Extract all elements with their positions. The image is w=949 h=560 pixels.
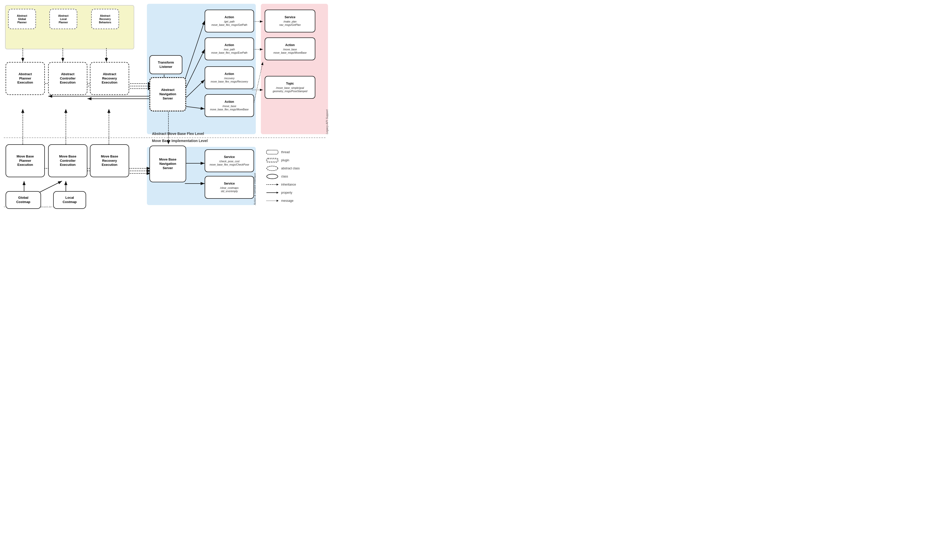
- legend-class-label: class: [281, 175, 288, 178]
- svg-rect-34: [267, 159, 277, 162]
- legend-thread-icon: [266, 149, 279, 155]
- plugin-label-3: AbstractRecoveryBehaviors: [99, 14, 111, 24]
- action-move-base-legacy: Action /move_basemove_base_msgs/MoveBase: [265, 37, 315, 60]
- action-exe-path: Action /exe_pathmove_base_flex_msgs/ExeP…: [205, 37, 254, 60]
- legend-inheritance: inheritance: [266, 182, 300, 187]
- plugin-abstract-local-planner: AbstractLocalPlanner: [49, 9, 77, 29]
- divider-line: [4, 137, 325, 138]
- smp-line1: /make_plannav_msgs/GetPlan: [279, 20, 301, 26]
- legend-plugin-icon: [266, 157, 279, 163]
- mbns-title: Move BaseNavigationServer: [159, 157, 177, 171]
- legend-plugin-label: plugin: [281, 158, 289, 162]
- service-clear-costmaps: Service /clear_costmapsstd_srvs/empty: [205, 176, 254, 199]
- legend-inheritance-label: inheritance: [281, 183, 296, 186]
- amba-line1: /move_basemove_base_flex_msgs/MoveBase: [210, 105, 248, 111]
- move-base-controller-execution: Move BaseControllerExecution: [48, 144, 87, 177]
- abstract-navigation-server: AbstractNavigationServer: [149, 77, 186, 111]
- local-costmap: LocalCostmap: [53, 191, 86, 209]
- amba-type: Action: [225, 100, 234, 104]
- abstract-controller-execution: AbstractControllerExecution: [48, 62, 87, 95]
- svg-point-36: [267, 174, 278, 179]
- scc-line1: /clear_costmapsstd_srvs/empty: [220, 186, 239, 193]
- gc-title: GlobalCostmap: [16, 196, 31, 204]
- move-base-navigation-server: Move BaseNavigationServer: [149, 146, 186, 182]
- ape-title: AbstractPlannerExecution: [17, 72, 33, 85]
- legend-property-label: property: [281, 191, 292, 194]
- scp-type: Service: [224, 155, 235, 159]
- legend-inheritance-icon: [266, 182, 279, 187]
- ambl-type: Action: [285, 43, 294, 47]
- legend-thread-label: thread: [281, 151, 290, 154]
- abstract-recovery-execution: AbstractRecoveryExecution: [90, 62, 129, 95]
- legend-abstract-icon: [266, 166, 279, 171]
- scc-type: Service: [224, 182, 235, 186]
- move-base-planner-execution: Move BasePlannerExecution: [6, 144, 45, 177]
- ambl-line1: /move_basemove_base_msgs/MoveBase: [273, 48, 307, 54]
- legacy-api-label: Legacy API Support: [325, 4, 328, 134]
- legend-message-label: message: [281, 199, 294, 203]
- are-title: AbstractRecoveryExecution: [102, 72, 117, 85]
- service-check-pose: Service /check_pose_costmove_base_flex_m…: [205, 149, 254, 172]
- action-get-path: Action /get_pathmove_base_flex_msgs/GetP…: [205, 9, 254, 32]
- svg-point-35: [267, 166, 278, 171]
- ar-type: Action: [225, 72, 234, 76]
- smp-type: Service: [285, 15, 296, 20]
- ace-title: AbstractControllerExecution: [60, 72, 75, 85]
- tg-line1: /move_base_simple/goalgeometry_msgs/Pose…: [273, 86, 308, 93]
- scp-line1: /check_pose_costmove_base_flex_msgs/Chec…: [210, 160, 249, 166]
- svg-marker-38: [277, 183, 279, 186]
- action-recovery: Action /recoverymove_base_flex_msgs/Reco…: [205, 66, 254, 89]
- transform-listener: TransformListener: [149, 55, 182, 74]
- mbce-title: Move BaseControllerExecution: [59, 154, 77, 167]
- mbpe-title: Move BasePlannerExecution: [17, 154, 34, 167]
- plugin-abstract-global-planner: AbstractGlobalPlanner: [8, 9, 36, 29]
- topic-goal: Topic /move_base_simple/goalgeometry_msg…: [265, 76, 315, 99]
- ans-title: AbstractNavigationServer: [159, 88, 176, 101]
- abstract-planner-execution: AbstractPlannerExecution: [6, 62, 45, 95]
- lc-title: LocalCostmap: [63, 196, 77, 204]
- legend-thread: thread: [266, 149, 300, 155]
- legend-property: property: [266, 190, 300, 195]
- svg-marker-40: [277, 192, 279, 194]
- tl-title: TransformListener: [158, 60, 174, 69]
- agp-type: Action: [225, 15, 234, 20]
- diagram-container: Plugin Interface Legacy API Support Acti…: [0, 0, 354, 210]
- legend: thread plugin abstract class: [266, 149, 300, 206]
- plugin-abstract-recovery: AbstractRecoveryBehaviors: [91, 9, 119, 29]
- plugin-label-2: AbstractLocalPlanner: [58, 14, 69, 24]
- legend-property-icon: [266, 190, 279, 195]
- agp-line1: /get_pathmove_base_flex_msgs/GetPath: [211, 20, 248, 26]
- ar-line1: /recoverymove_base_flex_msgs/Recovery: [211, 77, 248, 83]
- global-costmap: GlobalCostmap: [6, 191, 41, 209]
- legend-message: message: [266, 198, 300, 203]
- plugin-label-1: AbstractGlobalPlanner: [17, 14, 27, 24]
- move-base-recovery-execution: Move BaseRecoveryExecution: [90, 144, 129, 177]
- legend-abstract-class: abstract class: [266, 166, 300, 171]
- action-move-base-abstract: Action /move_basemove_base_flex_msgs/Mov…: [205, 94, 254, 117]
- aep-type: Action: [225, 43, 234, 47]
- legend-class: class: [266, 174, 300, 179]
- legend-abstract-label: abstract class: [281, 166, 300, 170]
- legend-message-icon: [266, 198, 279, 203]
- svg-rect-32: [267, 150, 278, 154]
- svg-marker-42: [277, 200, 279, 202]
- mbre-title: Move BaseRecoveryExecution: [101, 154, 118, 167]
- legend-class-icon: [266, 174, 279, 179]
- abstract-level-label: Abstract Move Base Flex Level: [152, 132, 204, 136]
- tg-type: Topic: [286, 82, 294, 86]
- legend-plugin: plugin: [266, 157, 300, 163]
- service-make-plan: Service /make_plannav_msgs/GetPlan: [265, 9, 315, 32]
- implementation-level-label: Move Base Implementation Level: [152, 139, 208, 143]
- aep-line1: /exe_pathmove_base_flex_msgs/ExePath: [211, 48, 248, 54]
- svg-line-24: [39, 181, 62, 192]
